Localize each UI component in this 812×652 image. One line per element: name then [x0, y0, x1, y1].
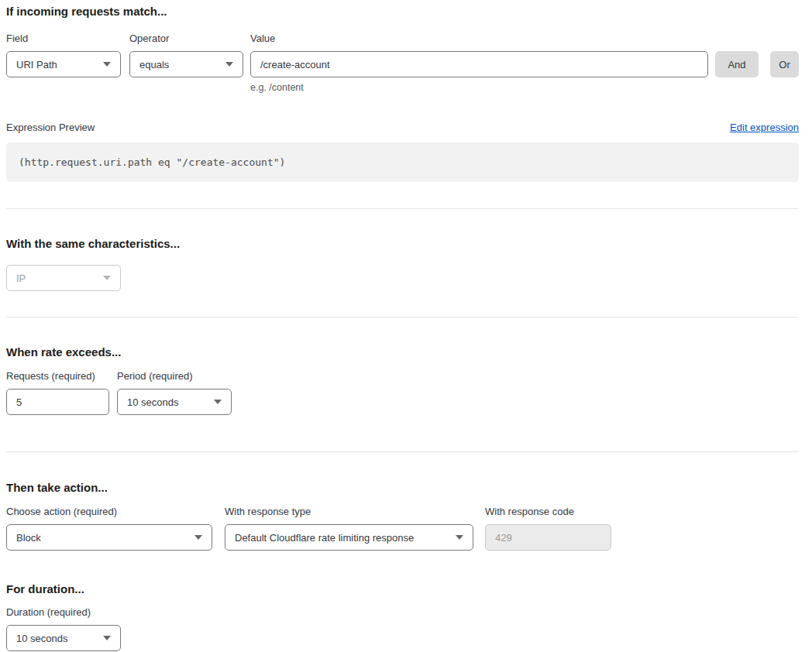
response-code-group: With response code [485, 506, 611, 551]
operator-select-value: equals [139, 59, 169, 70]
section-divider [6, 317, 799, 317]
value-input[interactable] [250, 51, 708, 77]
duration-select[interactable]: 10 seconds [6, 625, 121, 651]
value-group: Value e.g. /content [250, 33, 708, 93]
period-group: Period (required) 10 seconds [117, 371, 232, 415]
period-select-value: 10 seconds [127, 396, 179, 408]
requests-input[interactable] [6, 389, 109, 415]
section-heading-action: Then take action... [6, 482, 799, 494]
value-label: Value [250, 33, 708, 44]
section-divider [6, 208, 799, 209]
response-code-label: With response code [485, 506, 611, 517]
section-divider [6, 451, 799, 452]
period-select[interactable]: 10 seconds [117, 389, 232, 415]
field-select-value: URI Path [16, 59, 57, 70]
field-select[interactable]: URI Path [6, 51, 121, 77]
response-type-group: With response type Default Cloudflare ra… [225, 506, 473, 551]
and-button[interactable]: And [715, 51, 759, 77]
expression-preview-label: Expression Preview [6, 122, 95, 134]
expression-preview-code: (http.request.uri.path eq "/create-accou… [6, 142, 799, 182]
chevron-down-icon [225, 62, 233, 67]
section-heading-match: If incoming requests match... [6, 5, 799, 18]
or-button[interactable]: Or [770, 51, 799, 77]
response-type-select[interactable]: Default Cloudflare rate limiting respons… [225, 524, 473, 551]
action-controls-row: Choose action (required) Block With resp… [6, 506, 799, 551]
characteristic-select: IP [6, 265, 121, 291]
operator-label: Operator [129, 33, 243, 44]
chevron-down-icon [103, 636, 111, 640]
rate-controls-row: Requests (required) Period (required) 10… [6, 371, 799, 415]
chevron-down-icon [103, 62, 111, 67]
response-type-select-value: Default Cloudflare rate limiting respons… [235, 532, 414, 544]
chevron-down-icon [194, 535, 202, 540]
chevron-down-icon [103, 276, 111, 280]
choose-action-label: Choose action (required) [6, 506, 212, 517]
field-label: Field [6, 33, 121, 44]
expression-preview-header: Expression Preview Edit expression [6, 122, 799, 134]
response-code-input [485, 524, 611, 551]
section-heading-duration: For duration... [6, 583, 799, 595]
response-type-label: With response type [225, 506, 473, 517]
section-heading-rate: When rate exceeds... [6, 346, 799, 359]
duration-label: Duration (required) [6, 607, 121, 618]
requests-label: Requests (required) [6, 371, 109, 382]
expression-text: (http.request.uri.path eq "/create-accou… [19, 156, 285, 168]
rate-limiting-rule-form: If incoming requests match... Field URI … [0, 0, 812, 651]
duration-select-value: 10 seconds [16, 633, 68, 644]
value-helper-text: e.g. /content [250, 82, 708, 93]
duration-group: Duration (required) 10 seconds [6, 607, 121, 651]
requests-group: Requests (required) [6, 371, 109, 415]
chevron-down-icon [456, 535, 463, 540]
edit-expression-link[interactable]: Edit expression [730, 122, 799, 134]
action-select-value: Block [16, 532, 41, 544]
characteristic-select-value: IP [16, 273, 26, 284]
field-group: Field URI Path [6, 33, 121, 77]
choose-action-group: Choose action (required) Block [6, 506, 212, 551]
match-controls-row: Field URI Path Operator equals Value e.g… [6, 33, 799, 93]
action-select[interactable]: Block [6, 524, 212, 551]
operator-group: Operator equals [129, 33, 243, 77]
operator-select[interactable]: equals [129, 51, 243, 77]
chevron-down-icon [214, 400, 222, 404]
section-heading-characteristics: With the same characteristics... [6, 238, 799, 250]
period-label: Period (required) [117, 371, 232, 382]
